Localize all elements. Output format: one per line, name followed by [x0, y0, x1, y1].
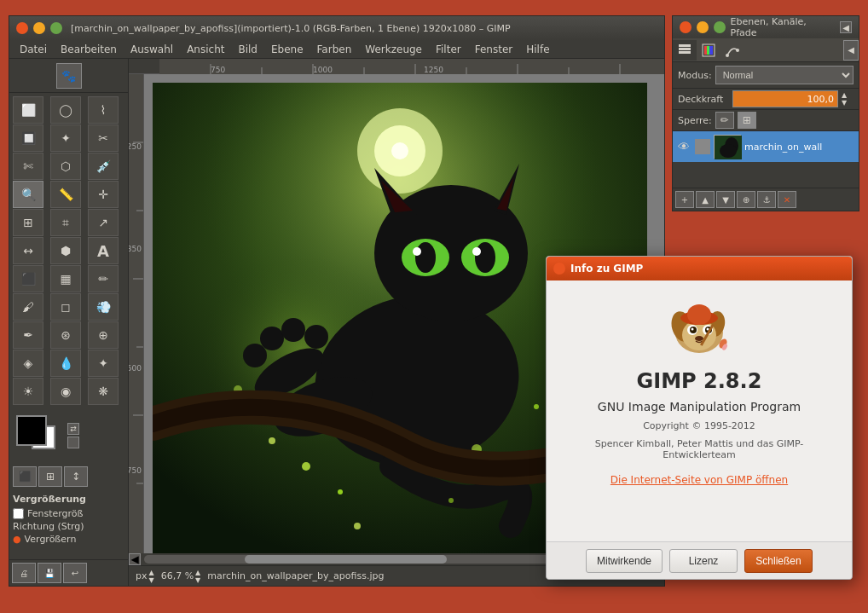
layers-max-btn[interactable] [714, 21, 726, 33]
default-colors-button[interactable] [67, 437, 79, 448]
tool-paintbrush[interactable]: 🖌 [13, 293, 43, 321]
tool-blur[interactable]: 💧 [50, 350, 81, 377]
tool-burn[interactable]: ◉ [50, 378, 81, 405]
menu-fenster[interactable]: Fenster [468, 42, 520, 57]
toolbox-logo[interactable]: 🐾 [56, 63, 82, 89]
delete-layer-btn[interactable]: ✕ [778, 191, 796, 208]
bottom-nav-1[interactable]: 🖨 [12, 563, 36, 583]
lock-pixels-btn[interactable]: ✏ [715, 112, 734, 129]
menu-ansicht[interactable]: Ansicht [180, 42, 231, 57]
opacity-bar[interactable]: 100,0 [732, 90, 838, 107]
menu-filter[interactable]: Filter [429, 42, 468, 57]
layer-visibility-toggle[interactable]: 👁 [676, 139, 692, 154]
quick-mask-button[interactable]: ⬛ [13, 466, 37, 487]
layer-chain[interactable] [695, 139, 710, 154]
layer-row[interactable]: 👁 marchin_on_wall [673, 131, 859, 162]
tool-transform[interactable]: ↗ [88, 209, 119, 236]
tool-zoom[interactable]: 🔍 [13, 181, 43, 208]
tool-dodge[interactable]: ☀ [13, 378, 43, 405]
lower-layer-btn[interactable]: ▼ [716, 191, 735, 208]
tab-channels[interactable] [697, 40, 720, 61]
about-website-link[interactable]: Die Internet-Seite von GIMP öffnen [610, 474, 788, 486]
foreground-color[interactable] [16, 415, 47, 446]
tool-crop[interactable]: ⌗ [50, 209, 81, 236]
bottom-nav-3[interactable]: ↩ [63, 563, 87, 583]
tool-blend[interactable]: ▦ [50, 265, 81, 292]
tab-layers[interactable] [673, 40, 697, 61]
swap-colors-button[interactable]: ⇄ [67, 423, 79, 435]
menu-bild[interactable]: Bild [231, 42, 264, 57]
opacity-up[interactable]: ▲ [842, 91, 854, 99]
scroll-left-btn[interactable]: ◀ [129, 553, 141, 565]
tool-paths[interactable]: ⬡ [50, 153, 81, 180]
tool-iscissors[interactable]: ✄ [13, 153, 43, 180]
tool-fg-select[interactable]: 🔲 [13, 124, 43, 152]
zoom-control[interactable]: 66,7 % ▲ ▼ [161, 569, 201, 584]
mitwirkende-button[interactable]: Mitwirkende [586, 549, 663, 573]
tool-heal[interactable]: ⊕ [88, 321, 119, 349]
tool-move[interactable]: ✛ [88, 181, 119, 208]
layers-close-btn[interactable] [680, 21, 692, 33]
unit-selector[interactable]: px ▲ ▼ [136, 569, 154, 584]
menu-ebene[interactable]: Ebene [264, 42, 310, 57]
tool-airbrush[interactable]: 💨 [88, 293, 119, 321]
new-layer-btn[interactable]: + [675, 191, 694, 208]
anchor-layer-btn[interactable]: ⚓ [757, 191, 776, 208]
tool-cage[interactable]: ⬢ [50, 237, 81, 264]
tool-ellipse-select[interactable]: ◯ [50, 96, 81, 124]
h-scrollbar-thumb[interactable] [245, 555, 447, 564]
layers-min-btn[interactable] [697, 21, 709, 33]
lock-position-btn[interactable]: ⊞ [738, 112, 756, 129]
fenstergross-checkbox[interactable] [13, 508, 24, 519]
modus-select[interactable]: Normal [715, 66, 854, 84]
vergroesserung-title: Vergrößerung [13, 494, 124, 505]
tool-bucket-fill[interactable]: ⬛ [13, 265, 43, 292]
tool-clone[interactable]: ⊛ [50, 321, 81, 349]
menu-datei[interactable]: Datei [13, 42, 54, 57]
opacity-down[interactable]: ▼ [842, 99, 854, 107]
menu-farben[interactable]: Farben [310, 42, 359, 57]
menu-werkzeuge[interactable]: Werkzeuge [358, 42, 429, 57]
image-zoom-button[interactable]: ⊞ [38, 466, 62, 487]
tool-eraser[interactable]: ◻ [50, 293, 81, 321]
layers-panel-arrow[interactable]: ◀ [843, 40, 859, 61]
tab-paths[interactable] [720, 40, 744, 61]
close-button[interactable] [16, 22, 28, 34]
menu-bearbeiten[interactable]: Bearbeiten [54, 42, 124, 57]
modus-label: Modus: [678, 70, 712, 81]
lizenz-button[interactable]: Lizenz [669, 549, 738, 573]
tool-perspective-clone[interactable]: ◈ [13, 350, 43, 377]
layers-panel-options[interactable]: ◀ [840, 21, 852, 33]
raise-layer-btn[interactable]: ▲ [696, 191, 715, 208]
tool-rect-select[interactable]: ⬜ [13, 96, 43, 124]
duplicate-layer-btn[interactable]: ⊕ [737, 191, 755, 208]
tool-align[interactable]: ⊞ [13, 209, 43, 236]
lock-row: Sperre: ✏ ⊞ [673, 110, 859, 131]
tool-color-select[interactable]: ✂ [88, 124, 119, 152]
tool-text[interactable]: A [88, 237, 119, 264]
unit-up[interactable]: ▲ [149, 569, 154, 576]
nav-extra[interactable]: ↕ [64, 466, 88, 487]
maximize-button[interactable] [50, 22, 62, 34]
tool-fuzzy-select[interactable]: ✦ [50, 124, 81, 152]
zoom-down[interactable]: ▼ [195, 576, 200, 584]
tool-pencil[interactable]: ✏ [88, 265, 119, 292]
top-ruler-row: 750 1000 1250 [129, 59, 664, 74]
about-close-btn[interactable] [553, 263, 565, 275]
tool-ink[interactable]: ✒ [13, 321, 43, 349]
toolbox-header: 🐾 [9, 59, 128, 93]
tool-measure[interactable]: 📏 [50, 181, 81, 208]
minimize-button[interactable] [33, 22, 45, 34]
tool-color-picker[interactable]: 💉 [88, 153, 119, 180]
bottom-nav-2[interactable]: 💾 [38, 563, 61, 583]
tool-lasso[interactable]: ⌇ [88, 96, 119, 124]
tool-smudge[interactable]: ✦ [88, 350, 119, 377]
tool-flip[interactable]: ↔ [13, 237, 43, 264]
menu-auswahl[interactable]: Auswahl [124, 42, 180, 57]
schliessen-button[interactable]: Schließen [744, 549, 813, 573]
tool-extra[interactable]: ❋ [88, 378, 119, 405]
sperre-label: Sperre: [678, 115, 712, 126]
unit-down[interactable]: ▼ [149, 576, 154, 584]
menu-hilfe[interactable]: Hilfe [519, 42, 556, 57]
zoom-up[interactable]: ▲ [195, 569, 200, 576]
